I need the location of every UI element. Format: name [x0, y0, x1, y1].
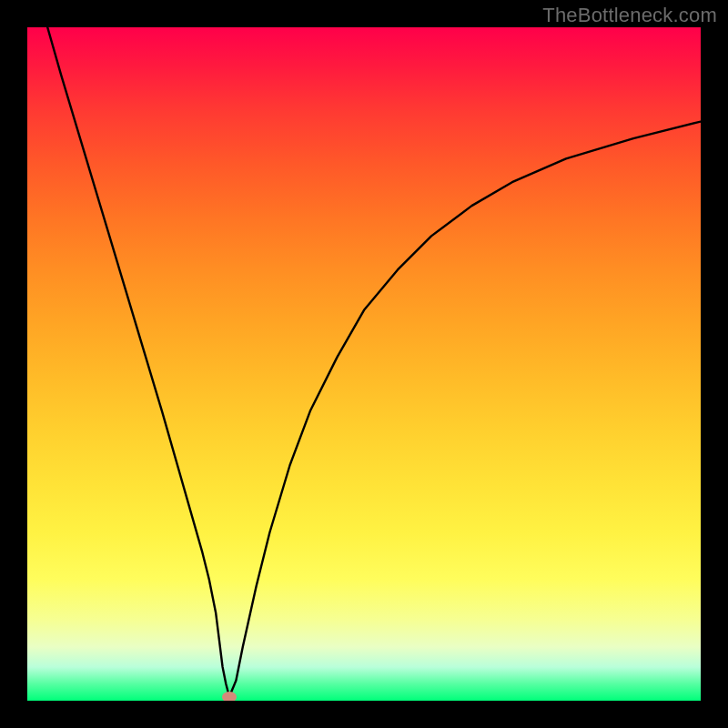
bottleneck-curve [27, 27, 701, 701]
optimal-point-marker [222, 692, 237, 701]
chart-frame: TheBottleneck.com [0, 0, 728, 728]
watermark-text: TheBottleneck.com [542, 4, 717, 27]
plot-area [27, 27, 701, 701]
